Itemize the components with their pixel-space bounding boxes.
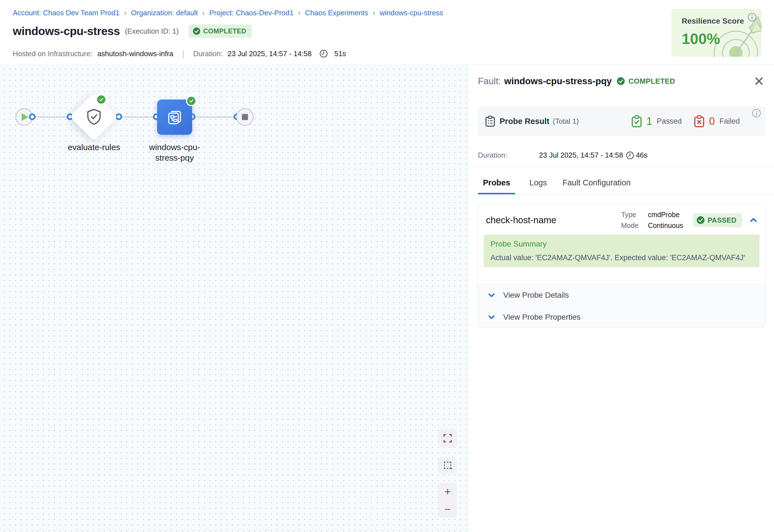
node-label-evaluate-rules: evaluate-rules: [52, 142, 136, 153]
breadcrumb-separator-icon: ›: [124, 8, 126, 17]
status-badge-label: COMPLETED: [203, 27, 246, 35]
probe-status-badge: PASSED: [693, 213, 742, 227]
canvas-controls: + −: [438, 429, 457, 518]
zoom-out-button[interactable]: −: [444, 504, 451, 515]
windows-cpu-stress-pqy-node[interactable]: [157, 100, 192, 135]
check-circle-icon: [193, 27, 200, 35]
selection-icon: [444, 462, 451, 469]
check-circle-icon: [617, 77, 625, 85]
fault-details-panel: Fault: windows-cpu-stress-pqy COMPLETED …: [468, 65, 774, 532]
probe-summary-text: Actual value: 'EC2AMAZ-QMVAF4J'. Expecte…: [490, 253, 753, 262]
stop-icon: [242, 114, 248, 120]
view-probe-properties-label: View Probe Properties: [503, 313, 581, 322]
probe-summary-title: Probe Summary: [490, 240, 753, 248]
chevron-down-icon: [487, 313, 496, 322]
fault-duration-seconds: 46s: [636, 151, 648, 160]
meta-divider: |: [182, 49, 184, 58]
fullscreen-button[interactable]: [438, 429, 457, 447]
probe-mode-value: Continuous: [648, 222, 683, 230]
close-icon[interactable]: [754, 76, 764, 86]
execution-id: (Execution ID: 1): [125, 27, 179, 36]
page-header: Account: Chaos Dev Team Prod1 › Organiza…: [0, 0, 774, 65]
breadcrumb-separator-icon: ›: [202, 8, 205, 17]
failed-label: Failed: [719, 117, 740, 126]
divider: [468, 194, 774, 195]
resilience-score-label: Resilience Score: [682, 17, 744, 26]
node-success-badge: [186, 96, 197, 106]
tab-logs[interactable]: Logs: [528, 171, 548, 195]
pipeline-canvas[interactable]: evaluate-rules windows-cpu- stress-pqy +…: [0, 65, 468, 532]
failed-count: 0: [709, 115, 715, 127]
divider: [468, 167, 774, 167]
clock-icon: [626, 151, 634, 160]
play-icon: [22, 113, 28, 121]
probe-status-label: PASSED: [708, 216, 736, 224]
info-icon[interactable]: [748, 13, 756, 23]
probe-type-label: Type: [621, 211, 639, 219]
probe-result-summary: Probe Result (Total 1) 1 Passed 0 Failed: [478, 106, 765, 136]
breadcrumb-chaos-experiments[interactable]: Chaos Experiments: [305, 9, 368, 17]
probe-mode-label: Mode: [621, 222, 639, 230]
pipeline-edge: [119, 116, 156, 118]
resilience-score-value: 100%: [682, 30, 720, 47]
passed-count: 1: [646, 115, 652, 127]
tab-fault-configuration[interactable]: Fault Configuration: [561, 171, 632, 195]
page-title: windows-cpu-stress: [13, 25, 120, 38]
breadcrumb-separator-icon: ›: [298, 8, 301, 17]
port-dot: [29, 113, 36, 120]
chevron-up-icon[interactable]: [749, 215, 758, 225]
zoom-controls: + −: [438, 483, 457, 518]
probe-result-title: Probe Result: [500, 117, 549, 126]
resilience-score-card: Resilience Score 100%: [671, 9, 761, 57]
fault-label: Fault:: [478, 76, 501, 86]
failed-clipboard-icon: [694, 115, 704, 127]
duration-value: 23 Jul 2025, 14:57 - 14:58: [228, 49, 312, 58]
fullscreen-icon: [443, 434, 452, 443]
fault-duration: Duration: 23 Jul 2025, 14:57 - 14:58 46s: [478, 151, 648, 160]
duration-seconds: 51s: [334, 49, 346, 58]
view-probe-details-toggle[interactable]: View Probe Details: [478, 284, 765, 306]
node-label-line1: windows-cpu-: [133, 142, 216, 153]
probe-summary-box: Probe Summary Actual value: 'EC2AMAZ-QMV…: [484, 235, 760, 267]
fault-status-label: COMPLETED: [628, 77, 675, 86]
selection-mode-button[interactable]: [438, 457, 457, 474]
end-node[interactable]: [236, 108, 254, 126]
status-badge: COMPLETED: [189, 24, 252, 38]
probe-result-total: (Total 1): [553, 117, 579, 126]
node-success-badge: [96, 94, 106, 105]
duration-label: Duration:: [193, 49, 223, 58]
chevron-down-icon: [487, 291, 496, 300]
shield-check-icon: [85, 108, 103, 126]
fault-duration-label: Duration:: [478, 151, 539, 160]
fault-tabs: Probes Logs Fault Configuration: [478, 171, 632, 195]
infra-label: Hosted on Infrastructure:: [13, 49, 92, 58]
node-label-line2: stress-pqy: [133, 153, 216, 163]
probe-name: check-host-name: [486, 215, 621, 225]
probe-card-footer: View Probe Details View Probe Properties: [478, 284, 765, 327]
clipboard-icon: [485, 116, 495, 127]
fault-name: windows-cpu-stress-pqy: [504, 76, 612, 86]
clock-icon: [319, 49, 328, 58]
experiment-meta: Hosted on Infrastructure: ashutosh-windo…: [13, 49, 346, 58]
breadcrumb: Account: Chaos Dev Team Prod1 › Organiza…: [13, 8, 443, 17]
zoom-in-button[interactable]: +: [444, 486, 451, 497]
experiment-icon: [165, 108, 184, 126]
infra-value: ashutosh-windows-infra: [97, 49, 173, 58]
chaos-experiment-run-page: Account: Chaos Dev Team Prod1 › Organiza…: [0, 0, 774, 532]
check-circle-icon: [696, 216, 705, 224]
probe-type-mode: Type cmdProbe Mode Continuous: [621, 211, 683, 230]
breadcrumb-project[interactable]: Project: Chaos-Dev-Prod1: [209, 9, 294, 17]
breadcrumb-organization[interactable]: Organization: default: [131, 9, 198, 17]
probe-card: check-host-name Type cmdProbe Mode Conti…: [478, 204, 766, 327]
fault-duration-value: 23 Jul 2025, 14:57 - 14:58: [539, 151, 623, 160]
node-label-fault: windows-cpu- stress-pqy: [133, 142, 216, 163]
tab-probes[interactable]: Probes: [478, 171, 515, 195]
fault-status: COMPLETED: [617, 77, 675, 86]
breadcrumb-current[interactable]: windows-cpu-stress: [380, 9, 443, 17]
info-icon[interactable]: [752, 109, 761, 119]
view-probe-properties-toggle[interactable]: View Probe Properties: [478, 306, 765, 327]
breadcrumb-account[interactable]: Account: Chaos Dev Team Prod1: [13, 9, 120, 17]
view-probe-details-label: View Probe Details: [503, 291, 569, 300]
probe-type-value: cmdProbe: [648, 211, 683, 219]
breadcrumb-separator-icon: ›: [373, 8, 375, 17]
